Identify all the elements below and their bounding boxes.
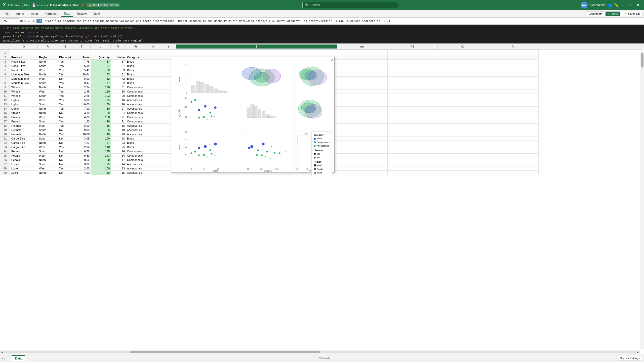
code-line-1: #Pair plot showing the relationships bet…: [3, 26, 641, 30]
table-row: 1: [0, 50, 539, 55]
svg-point-47: [305, 71, 317, 80]
svg-point-76: [194, 151, 196, 153]
sheet-nav-right[interactable]: ›: [4, 356, 5, 360]
svg-point-55: [203, 116, 205, 118]
svg-rect-32: [191, 85, 195, 93]
svg-rect-37: [214, 89, 218, 93]
svg-text:×: ×: [216, 119, 218, 122]
svg-rect-67: [269, 116, 272, 118]
col-ai-header[interactable]: AI: [488, 44, 538, 49]
svg-rect-64: [258, 109, 261, 118]
scroll-left-button[interactable]: ◀: [1, 351, 3, 353]
svg-rect-65: [262, 111, 265, 118]
col-aa-header[interactable]: AA: [337, 44, 387, 49]
formula-text[interactable]: #Pair plot showing the relationships bet…: [43, 20, 642, 23]
svg-point-75: [198, 147, 200, 149]
tab-view[interactable]: View: [90, 11, 103, 17]
people-icon[interactable]: 👥: [607, 3, 612, 8]
formula-function-icon[interactable]: f: [32, 19, 35, 23]
svg-rect-35: [205, 84, 209, 93]
code-line-4: g.map_lower(sns.scatterplot, size=data.D…: [3, 39, 641, 43]
col-y-header[interactable]: Y: [161, 44, 176, 49]
excel-icon: X: [3, 3, 6, 7]
svg-text:Quantity: Quantity: [264, 170, 272, 172]
svg-point-73: [214, 143, 217, 146]
horizontal-scroll-track[interactable]: [4, 351, 636, 353]
chart-resize-icon[interactable]: ⤢: [331, 58, 333, 62]
col-u-header[interactable]: U: [91, 44, 111, 49]
tab-data[interactable]: Data: [61, 11, 73, 17]
minimize-button[interactable]: ─: [620, 3, 626, 7]
pen-icon[interactable]: ✏️: [614, 3, 618, 7]
formula-cancel-icon[interactable]: ✕: [24, 19, 27, 23]
col-q-header[interactable]: Q: [10, 44, 38, 49]
scroll-right-button[interactable]: ▶: [637, 351, 639, 353]
svg-text:50: 50: [247, 168, 249, 170]
svg-point-43: [263, 69, 281, 83]
catchup-button[interactable]: ⚡ Catch Up: [621, 11, 642, 16]
col-z-header[interactable]: Z: [176, 44, 337, 49]
display-settings-button[interactable]: Display Settings: [618, 356, 642, 360]
user-name: Alex Wilber: [590, 3, 605, 7]
svg-point-50: [198, 109, 200, 111]
tab-insert[interactable]: Insert: [27, 11, 41, 17]
svg-rect-66: [266, 114, 269, 118]
svg-text:×: ×: [269, 157, 271, 160]
svg-text:0: 0: [191, 168, 192, 170]
svg-point-74: [204, 145, 207, 148]
cell-ref-input[interactable]: [2, 18, 19, 24]
svg-point-79: [198, 154, 200, 156]
svg-text:×: ×: [276, 154, 277, 156]
col-s-header[interactable]: S: [58, 44, 73, 49]
add-sheet-button[interactable]: +: [26, 356, 31, 360]
tab-file[interactable]: File: [2, 11, 12, 17]
sheet-tab-data[interactable]: Data: [12, 355, 25, 361]
col-t-header[interactable]: T: [73, 44, 91, 49]
file-pin-icon: 📌: [81, 3, 85, 7]
svg-point-48: [214, 106, 217, 109]
close-button[interactable]: ✕: [635, 3, 641, 7]
pair-plot-chart[interactable]: ⤢ Sales Quantity Value Sale: [171, 57, 335, 173]
col-ac-header[interactable]: AC: [438, 44, 488, 49]
svg-text:0: 0: [186, 92, 187, 94]
svg-text:20: 20: [296, 168, 298, 170]
col-w-header[interactable]: W: [126, 44, 146, 49]
svg-rect-33: [196, 81, 200, 93]
chart-legend: Category Bikes Components Accessories Di…: [311, 131, 332, 176]
svg-text:×: ×: [216, 156, 218, 159]
col-r-header[interactable]: R: [38, 44, 58, 49]
restore-button[interactable]: □: [628, 3, 633, 7]
svg-point-92: [261, 154, 263, 156]
col-v-header[interactable]: V: [111, 44, 126, 49]
autosave-toggle[interactable]: On: [22, 3, 30, 7]
sheet-nav-left[interactable]: ‹: [2, 356, 3, 360]
tab-home[interactable]: Home: [13, 11, 27, 17]
svg-text:10: 10: [217, 168, 219, 170]
file-name: Data Analysis.xlsx: [50, 3, 79, 7]
svg-point-77: [190, 152, 192, 154]
comments-button[interactable]: Comments: [586, 11, 605, 16]
svg-point-72: [305, 106, 316, 113]
svg-text:×: ×: [214, 154, 215, 157]
svg-text:20: 20: [185, 154, 187, 156]
formula-expand-icon: ⊞: [20, 19, 23, 23]
user-section: AW Alex Wilber 👥 ✏️ ─ □ ✕: [581, 2, 641, 9]
col-ab-header[interactable]: AB: [387, 44, 438, 49]
formula-confirm-icon[interactable]: ✓: [28, 19, 31, 23]
search-box[interactable]: 🔍 Search: [302, 2, 398, 8]
vertical-scrollbar[interactable]: [640, 52, 644, 349]
tab-formulas[interactable]: Formulas: [42, 11, 60, 17]
search-icon: 🔍: [305, 3, 309, 7]
svg-text:150: 150: [275, 168, 279, 170]
svg-text:×: ×: [209, 107, 210, 110]
more-sheets-button[interactable]: ...: [6, 356, 11, 360]
svg-text:×: ×: [271, 145, 272, 148]
py-badge: PY: [36, 19, 42, 23]
col-x-header[interactable]: X: [146, 44, 161, 49]
tab-review[interactable]: Review: [74, 11, 90, 17]
svg-text:Quantity: Quantity: [178, 108, 181, 117]
svg-text:50: 50: [185, 116, 187, 118]
svg-point-56: [211, 115, 213, 117]
avatar: AW: [581, 2, 588, 9]
share-button[interactable]: ⤴ Share: [606, 12, 620, 16]
